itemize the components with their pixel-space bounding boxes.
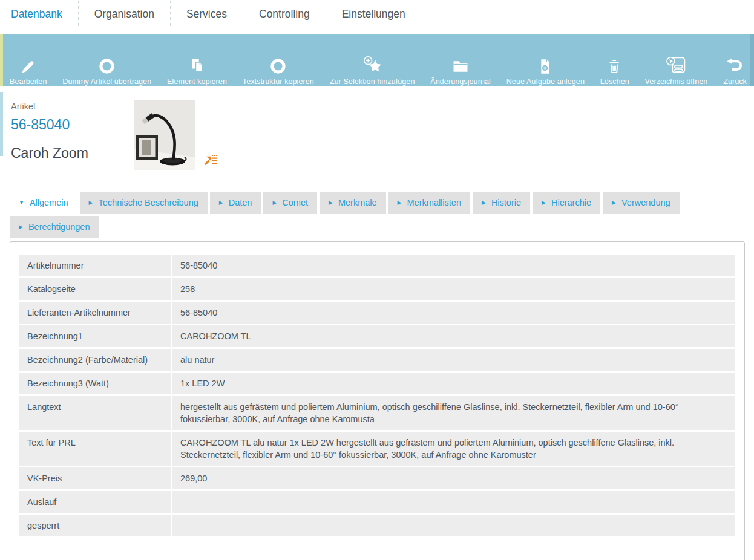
nav-item-datenbank[interactable]: Datenbank <box>6 1 78 27</box>
caret-right-icon: ▶ <box>19 224 23 230</box>
field-label: Auslauf <box>19 491 171 513</box>
field-label: Langtext <box>19 396 171 430</box>
circle-icon <box>268 55 288 76</box>
field-label: Bezeichnung2 (Farbe/Material) <box>19 349 171 371</box>
undo-icon <box>725 55 745 76</box>
toolbar-button-label: Textstruktur kopieren <box>243 77 314 86</box>
toolbar-button-bearbeiten[interactable]: Bearbeiten <box>10 55 47 86</box>
form-row-artikelnummer: Artikelnummer56-85040 <box>19 255 735 276</box>
form-row-bezeichnung1: Bezeichnung1CAROHZOOM TL <box>19 325 735 347</box>
header-accent-bar <box>0 92 3 156</box>
tab-label: Technische Beschreibung <box>99 198 198 207</box>
tab-row-1: ▼Allgemein▶Technische Beschreibung▶Daten… <box>10 192 754 214</box>
toolbar-button-label: Neue Aufgabe anlegen <box>506 77 585 86</box>
caret-right-icon: ▶ <box>542 200 546 206</box>
tab-label: Merkmale <box>338 198 377 207</box>
star-plus-icon <box>361 55 384 76</box>
toolbar-button-label: Löschen <box>600 77 629 86</box>
tab-verwendung[interactable]: ▶Verwendung <box>603 192 680 214</box>
toolbar-button-label: Verzeichnis öffnen <box>645 77 708 86</box>
caret-right-icon: ▶ <box>612 200 616 206</box>
tab-comet[interactable]: ▶Comet <box>263 192 317 214</box>
toolbar-container: BearbeitenDummy Artikel übertragenElemen… <box>0 34 754 86</box>
field-value: alu natur <box>172 349 735 371</box>
toolbar-button-textstruktur-kopieren[interactable]: Textstruktur kopieren <box>243 55 314 86</box>
tab-technische-beschreibung[interactable]: ▶Technische Beschreibung <box>80 192 208 214</box>
nav-item-organisation[interactable]: Organisation <box>78 1 170 27</box>
toolbar-button-element-kopieren[interactable]: Element kopieren <box>167 55 227 86</box>
article-form-body: Artikelnummer56-85040Katalogseite258Lief… <box>19 255 735 536</box>
product-image[interactable] <box>134 100 195 170</box>
top-navigation: DatenbankOrganisationServicesControlling… <box>0 0 754 28</box>
toolbar-button-zurück[interactable]: Zurück <box>723 55 747 86</box>
toolbar-button-neue-aufgabe-anlegen[interactable]: Neue Aufgabe anlegen <box>506 55 585 86</box>
tab-label: Verwendung <box>621 198 670 207</box>
form-row-katalogseite: Katalogseite258 <box>19 278 735 300</box>
field-value: 1x LED 2W <box>172 373 735 394</box>
field-value: CAROHZOOM TL alu natur 1x LED 2W hergest… <box>172 432 735 466</box>
field-value <box>172 491 735 513</box>
tab-label: Daten <box>229 198 252 207</box>
toolbar-button-dummy-artikel-übertragen[interactable]: Dummy Artikel übertragen <box>62 55 151 86</box>
field-value: CAROHZOOM TL <box>172 325 735 347</box>
directory-cursor-icon <box>665 55 687 76</box>
toolbar-button-label: Element kopieren <box>167 77 227 86</box>
tab-label: Historie <box>491 198 521 207</box>
toolbar-button-zur-selektion-hinzufügen[interactable]: Zur Selektion hinzufügen <box>330 55 415 86</box>
tab-label: Merkmallisten <box>407 198 461 207</box>
tab-label: Allgemein <box>30 198 68 207</box>
toolbar-button-löschen[interactable]: Löschen <box>600 55 629 86</box>
field-label: Artikelnummer <box>19 255 171 276</box>
caret-right-icon: ▶ <box>219 200 223 206</box>
field-value: 269,00 <box>172 467 735 489</box>
article-type-label: Artikel <box>11 102 134 111</box>
document-plus-icon <box>536 55 554 76</box>
field-value: 258 <box>172 278 735 300</box>
toolbar-button-label: Bearbeiten <box>10 77 47 86</box>
article-form-table: Artikelnummer56-85040Katalogseite258Lief… <box>18 253 737 538</box>
tab-allgemein[interactable]: ▼Allgemein <box>10 192 77 216</box>
form-row-gesperrt: gesperrt <box>19 515 735 536</box>
tab-daten[interactable]: ▶Daten <box>210 192 261 214</box>
tab-historie[interactable]: ▶Historie <box>473 192 530 214</box>
toolbar-button-label: Zur Selektion hinzufügen <box>330 77 415 86</box>
toolbar-button-label: Zurück <box>723 77 747 86</box>
caret-right-icon: ▶ <box>398 200 402 206</box>
toolbar-button-änderungsjournal[interactable]: Änderungsjournal <box>430 55 491 86</box>
tab-merkmallisten[interactable]: ▶Merkmallisten <box>388 192 470 214</box>
circle-icon <box>97 55 117 76</box>
nav-item-einstellungen[interactable]: Einstellungen <box>326 1 421 27</box>
field-label: gesperrt <box>19 515 171 536</box>
caret-right-icon: ▶ <box>482 200 486 206</box>
caret-right-icon: ▶ <box>272 200 277 206</box>
form-row-bezeichnung3-watt: Bezeichnung3 (Watt)1x LED 2W <box>19 373 735 394</box>
nav-item-services[interactable]: Services <box>170 1 243 27</box>
tab-hierarchie[interactable]: ▶Hierarchie <box>533 192 600 214</box>
field-label: Bezeichnung3 (Watt) <box>19 373 171 394</box>
toolbar-right-edge-strip <box>750 34 754 86</box>
field-value: hergestellt aus gefrästem und poliertem … <box>172 396 735 430</box>
tab-label: Berechtigungen <box>28 222 90 232</box>
form-row-lieferanten-artikelnummer: Lieferanten-Artikelnummer56-85040 <box>19 302 735 324</box>
article-meta: Artikel 56-85040 Caroh Zoom <box>11 99 134 161</box>
tab-berechtigungen[interactable]: ▶Berechtigungen <box>10 216 99 238</box>
field-label: Lieferanten-Artikelnummer <box>19 302 171 324</box>
form-row-auslauf: Auslauf <box>19 491 735 513</box>
toolbar-button-label: Dummy Artikel übertragen <box>62 77 151 86</box>
toolbar-left-edge-strip <box>0 34 3 86</box>
tab-row-2: ▶Berechtigungen <box>10 216 754 238</box>
trash-icon <box>606 55 624 76</box>
field-value <box>172 515 735 536</box>
tab-label: Comet <box>282 198 308 207</box>
field-label: Text für PRL <box>19 432 171 466</box>
open-in-list-icon[interactable] <box>203 154 217 166</box>
form-row-text-für-prl: Text für PRLCAROHZOOM TL alu natur 1x LE… <box>19 432 735 466</box>
article-number: 56-85040 <box>11 117 134 133</box>
nav-item-controlling[interactable]: Controlling <box>243 1 326 27</box>
field-value: 56-85040 <box>172 255 735 276</box>
detail-panel: Artikelnummer56-85040Katalogseite258Lief… <box>10 241 745 560</box>
caret-down-icon: ▼ <box>19 200 24 206</box>
form-row-langtext: Langtexthergestellt aus gefrästem und po… <box>19 396 735 430</box>
tab-merkmale[interactable]: ▶Merkmale <box>320 192 386 214</box>
toolbar-button-verzeichnis-öffnen[interactable]: Verzeichnis öffnen <box>645 55 708 86</box>
